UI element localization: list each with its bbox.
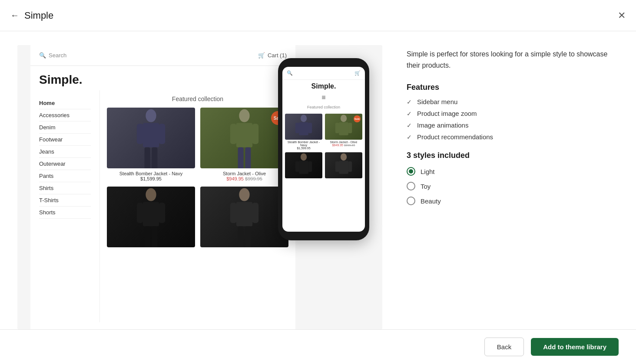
phone-collection-title: Featured collection <box>282 103 365 111</box>
sidebar-item-tshirts[interactable]: T-Shirts <box>39 194 91 207</box>
svg-rect-19 <box>236 202 252 226</box>
check-icon-2: ✓ <box>407 110 412 117</box>
svg-rect-13 <box>143 202 159 226</box>
svg-point-18 <box>239 188 249 201</box>
phone-product-name-1: Stealth Bomber Jacket - Navy <box>285 141 322 147</box>
phone-menu-icon: ≡ <box>282 92 365 103</box>
footer: Back Add to theme library <box>0 329 636 364</box>
styles-title: 3 styles included <box>407 151 619 160</box>
collection-title: Featured collection <box>107 95 288 102</box>
phone-product-3 <box>285 152 322 178</box>
svg-point-24 <box>301 115 307 122</box>
svg-rect-1 <box>143 123 159 147</box>
svg-rect-34 <box>295 161 299 172</box>
svg-rect-35 <box>308 161 312 172</box>
phone-product-4 <box>325 152 362 178</box>
sidebar-item-outerwear[interactable]: Outerwear <box>39 158 91 170</box>
svg-rect-23 <box>245 226 251 247</box>
svg-rect-21 <box>252 203 258 223</box>
svg-rect-4 <box>145 147 150 168</box>
phone-product-price-1: $1,599.95 <box>285 147 322 150</box>
phone-product-1: Stealth Bomber Jacket - Navy $1,599.95 <box>285 114 322 150</box>
sidebar-item-jeans[interactable]: Jeans <box>39 146 91 158</box>
svg-rect-5 <box>152 147 157 168</box>
product-grid: Stealth Bomber Jacket - Navy $1,599.95 <box>107 108 288 247</box>
feature-label-1: Sidebar menu <box>417 98 457 105</box>
feature-label-2: Product image zoom <box>417 110 477 117</box>
svg-point-32 <box>301 153 307 161</box>
svg-rect-14 <box>137 203 143 223</box>
svg-rect-29 <box>339 122 348 135</box>
phone-sale-price: $949.95 <box>332 144 343 147</box>
style-label-light: Light <box>421 168 435 175</box>
style-label-toy: Toy <box>421 183 431 190</box>
add-to-library-button[interactable]: Add to theme library <box>531 338 619 356</box>
store-brand: Simple. <box>30 66 295 90</box>
product-name-1: Stealth Bomber Jacket - Navy <box>107 171 195 176</box>
phone-product-2: Sale Storm Jacket - Olive $949.95 $999.9… <box>325 114 362 150</box>
phone-product-price-2: $949.95 $999.95 <box>325 144 362 147</box>
search-text: Search <box>49 52 66 59</box>
radio-beauty[interactable] <box>407 197 415 205</box>
product-image-2: Sale <box>200 108 288 168</box>
phone-image-3 <box>285 152 322 178</box>
svg-rect-39 <box>348 161 352 172</box>
svg-rect-38 <box>335 161 339 172</box>
store-cart: 🛒 Cart (1) <box>258 52 287 59</box>
sidebar-item-accessories[interactable]: Accessories <box>39 109 91 121</box>
svg-rect-7 <box>236 123 252 147</box>
phone-image-1 <box>285 114 322 140</box>
sidebar-item-denim[interactable]: Denim <box>39 121 91 134</box>
info-panel: Simple is perfect for stores looking for… <box>407 45 619 329</box>
svg-rect-31 <box>348 123 352 133</box>
store-search: 🔍 Search <box>39 52 66 59</box>
style-option-toy[interactable]: Toy <box>407 182 619 190</box>
phone-orig-price: $999.95 <box>344 144 355 147</box>
radio-toy[interactable] <box>407 182 415 190</box>
svg-point-12 <box>146 188 156 201</box>
product-card-4 <box>200 187 288 247</box>
svg-rect-33 <box>299 161 308 174</box>
svg-point-0 <box>146 109 156 122</box>
style-label-beauty: Beauty <box>421 197 441 205</box>
phone-product-grid: Stealth Bomber Jacket - Navy $1,599.95 <box>282 111 365 181</box>
svg-rect-22 <box>238 226 244 247</box>
sidebar-item-footwear[interactable]: Footwear <box>39 134 91 146</box>
phone-product-name-2: Storm Jacket - Olive <box>325 141 362 144</box>
svg-rect-10 <box>238 147 244 168</box>
phone-brand: Simple. <box>282 80 365 92</box>
sidebar-item-shirts[interactable]: Shirts <box>39 182 91 194</box>
product-card-2: Sale Storm Jacket - Olive $949.95 $999.9… <box>200 108 288 181</box>
svg-rect-37 <box>339 161 348 174</box>
product-card-3 <box>107 187 195 247</box>
product-card-1: Stealth Bomber Jacket - Navy $1,599.95 <box>107 108 195 181</box>
feature-item-2: ✓ Product image zoom <box>407 110 619 117</box>
phone-sale-badge: Sale <box>354 115 361 122</box>
svg-point-36 <box>341 153 347 161</box>
phone-search-icon: 🔍 <box>287 70 293 76</box>
back-footer-button[interactable]: Back <box>484 338 524 356</box>
svg-rect-15 <box>159 203 165 223</box>
search-icon: 🔍 <box>39 52 46 59</box>
check-icon-3: ✓ <box>407 122 412 129</box>
back-button[interactable]: ← <box>10 10 19 20</box>
style-option-light[interactable]: Light <box>407 167 619 176</box>
back-arrow-icon: ← <box>10 10 19 20</box>
sidebar-item-home[interactable]: Home <box>39 97 91 109</box>
cart-icon: 🛒 <box>258 52 265 59</box>
sidebar-item-shorts[interactable]: Shorts <box>39 207 91 219</box>
radio-light[interactable] <box>407 167 415 176</box>
radio-inner-light <box>409 169 413 174</box>
svg-rect-16 <box>145 226 150 247</box>
header: ← Simple ✕ <box>0 0 636 31</box>
store-header: 🔍 Search 🛒 Cart (1) <box>30 45 295 66</box>
theme-preview: 🔍 Search 🛒 Cart (1) Simple. Home Accesso… <box>17 45 382 329</box>
product-price-1: $1,599.95 <box>107 176 195 181</box>
close-button[interactable]: ✕ <box>618 10 626 21</box>
sidebar-item-pants[interactable]: Pants <box>39 170 91 182</box>
style-option-beauty[interactable]: Beauty <box>407 197 619 205</box>
phone-header: 🔍 🛒 <box>282 67 365 80</box>
svg-point-28 <box>341 115 347 122</box>
svg-rect-17 <box>152 226 157 247</box>
feature-label-4: Product recommendations <box>417 133 493 141</box>
